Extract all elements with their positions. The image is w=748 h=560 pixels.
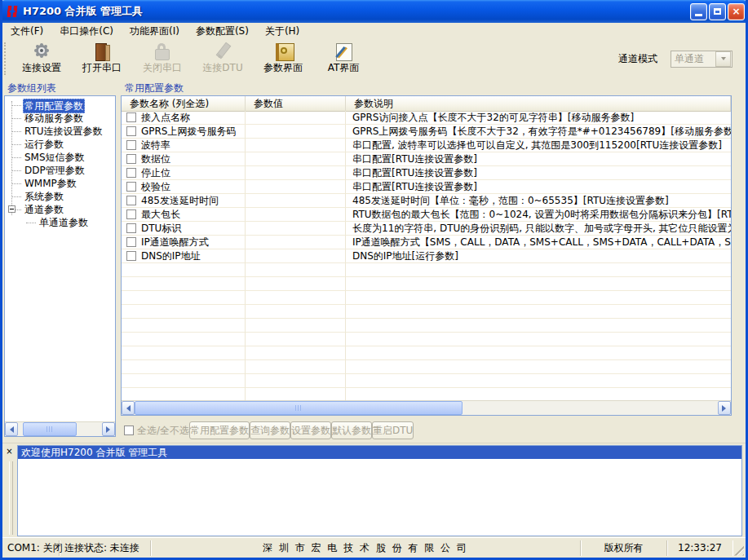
toolbar-button[interactable]: 连接设置 — [11, 39, 72, 78]
table-row[interactable]: DTU标识 长度为11的字符串, DTU的身份识别码, 只能以数字、加号或字母开… — [122, 222, 731, 236]
param-value[interactable] — [246, 111, 346, 125]
tree-item[interactable]: 系统参数 — [5, 190, 115, 203]
sidebar-horizontal-scrollbar[interactable] — [5, 421, 115, 436]
tree-item[interactable]: SMS短信参数 — [5, 151, 115, 164]
scroll-right-icon[interactable] — [102, 422, 115, 436]
footer-button[interactable]: 重启DTU — [372, 421, 414, 439]
param-desc: 串口配置[RTU连接设置参数] — [346, 180, 731, 194]
tree-item[interactable]: 单通道参数 — [5, 216, 115, 229]
toolbar-button[interactable]: 打开串口 — [72, 39, 132, 78]
table-row[interactable]: 数据位 串口配置[RTU连接设置参数] — [122, 152, 731, 166]
tree-item[interactable]: RTU连接设置参数 — [5, 125, 115, 138]
table-row[interactable]: IP通道唤醒方式 IP通道唤醒方式【SMS，CALL，DATA，SMS+CALL… — [122, 236, 731, 249]
table-horizontal-scrollbar[interactable] — [122, 400, 731, 415]
row-checkbox[interactable] — [126, 112, 136, 122]
row-checkbox[interactable] — [126, 168, 136, 178]
toolbar-button[interactable]: AT界面 — [313, 39, 374, 78]
toolbar-button[interactable]: 连接DTU — [193, 39, 253, 78]
param-value[interactable] — [246, 208, 346, 222]
footer-button[interactable]: 设置参数 — [290, 421, 331, 439]
scrollbar-thumb[interactable] — [135, 401, 463, 415]
tree-item-label: WMMP参数 — [23, 177, 78, 190]
param-value[interactable] — [246, 222, 346, 236]
param-value[interactable] — [246, 249, 346, 263]
resize-grip[interactable] — [733, 545, 744, 556]
menu-item[interactable]: 参数配置(S) — [188, 23, 257, 40]
menu-item[interactable]: 功能界面(I) — [122, 23, 188, 40]
menu-item[interactable]: 串口操作(C) — [51, 23, 122, 40]
toolbar-button[interactable]: 参数界面 — [253, 39, 313, 78]
param-name: 485发送延时时间 — [141, 194, 219, 208]
tree-item[interactable]: DDP管理参数 — [5, 164, 115, 177]
menu-item[interactable]: 关于(H) — [257, 23, 308, 40]
tree-item[interactable]: 常用配置参数 — [5, 99, 115, 112]
param-value[interactable] — [246, 152, 346, 166]
scroll-left-icon[interactable] — [122, 401, 135, 415]
tree-item-label: SMS短信参数 — [23, 151, 86, 164]
scroll-left-icon[interactable] — [5, 422, 18, 436]
content-area: 参数组列表 常用配置参数 常用配置参数 移动服务参数 — [2, 78, 746, 443]
select-all-checkbox[interactable] — [124, 426, 134, 435]
table-row[interactable]: GPRS上网拨号服务码 GPRS上网拨号服务码【长度不大于32，有效字符是*#+… — [122, 125, 731, 139]
row-checkbox[interactable] — [126, 209, 136, 219]
toolbar: 连接设置 打开串口 关闭串口 连接DTU — [2, 39, 746, 79]
close-button[interactable]: × — [728, 3, 745, 20]
footer-button[interactable]: 默认参数 — [331, 421, 372, 439]
param-value[interactable] — [246, 236, 346, 249]
tree-item[interactable]: 运行参数 — [5, 138, 115, 151]
chevron-down-icon[interactable] — [715, 51, 731, 67]
channel-mode-select[interactable]: 单通道 — [671, 51, 733, 68]
tree-item[interactable]: 移动服务参数 — [5, 112, 115, 125]
row-checkbox[interactable] — [126, 251, 136, 261]
menu-item[interactable]: 文件(F) — [2, 23, 51, 40]
param-name: GPRS上网拨号服务码 — [141, 125, 237, 139]
param-value[interactable] — [246, 194, 346, 208]
table-row-empty — [122, 305, 731, 319]
table-row-empty — [122, 333, 731, 346]
footer-button[interactable]: 查询参数 — [250, 421, 290, 439]
row-checkbox[interactable] — [126, 154, 136, 164]
param-value[interactable] — [246, 139, 346, 152]
footer-button[interactable]: 常用配置参数 — [189, 421, 250, 439]
table-row[interactable]: 485发送延时时间 485发送延时时间【单位：毫秒，范围：0~65535】[RT… — [122, 194, 731, 208]
table-row-empty — [122, 388, 731, 401]
table-header: 参数名称 (列全选) 参数值 参数说明 — [122, 96, 731, 112]
tree-item-label: 单通道参数 — [38, 216, 90, 229]
param-name: DNS的IP地址 — [141, 249, 201, 263]
toolbar-grip[interactable] — [4, 42, 10, 75]
log-message[interactable]: 欢迎使用H7200 合并版 管理工具 — [18, 446, 741, 459]
table-row[interactable]: 接入点名称 GPRS访问接入点【长度不大于32的可见字符串】[移动服务参数] — [122, 111, 731, 125]
param-value[interactable] — [246, 166, 346, 180]
log-close-icon[interactable]: × — [4, 447, 15, 457]
row-checkbox[interactable] — [126, 237, 136, 247]
tree-item[interactable]: WMMP参数 — [5, 177, 115, 190]
table-row[interactable]: 最大包长 RTU数据包的最大包长【范围：0~1024, 设置为0时将采用数据包分… — [122, 208, 731, 222]
maximize-button[interactable] — [709, 3, 726, 20]
log-splitter-grip[interactable] — [9, 461, 13, 535]
row-checkbox[interactable] — [126, 223, 136, 233]
column-header-value[interactable]: 参数值 — [246, 96, 346, 111]
param-value[interactable] — [246, 125, 346, 139]
param-desc: 485发送延时时间【单位：毫秒，范围：0~65535】[RTU连接设置参数] — [346, 194, 731, 208]
row-checkbox[interactable] — [126, 140, 136, 150]
titlebar[interactable]: H7200 合并版 管理工具 × — [0, 0, 748, 23]
table-row[interactable]: DNS的IP地址 DNS的IP地址[运行参数] — [122, 249, 731, 263]
tree-expander-minus-icon[interactable] — [8, 205, 15, 213]
column-header-name[interactable]: 参数名称 (列全选) — [122, 96, 246, 111]
scrollbar-thumb[interactable] — [23, 422, 77, 436]
minimize-button[interactable] — [690, 3, 707, 20]
scroll-right-icon[interactable] — [718, 401, 731, 415]
column-header-desc[interactable]: 参数说明 — [346, 96, 731, 111]
gear-icon — [31, 42, 52, 59]
table-row[interactable]: 波特率 串口配置, 波特率可以选择也可以自定义, 其范围是300到115200[… — [122, 139, 731, 152]
table-row-empty — [122, 291, 731, 305]
tree-item[interactable]: 通道参数 — [5, 203, 115, 216]
toolbar-button[interactable]: 关闭串口 — [132, 39, 193, 78]
table-row[interactable]: 停止位 串口配置[RTU连接设置参数] — [122, 166, 731, 180]
row-checkbox[interactable] — [126, 182, 136, 192]
table-row[interactable]: 校验位 串口配置[RTU连接设置参数] — [122, 180, 731, 194]
row-checkbox[interactable] — [126, 196, 136, 205]
row-checkbox[interactable] — [126, 126, 136, 136]
param-value[interactable] — [246, 180, 346, 194]
book-gear-icon — [272, 42, 294, 59]
